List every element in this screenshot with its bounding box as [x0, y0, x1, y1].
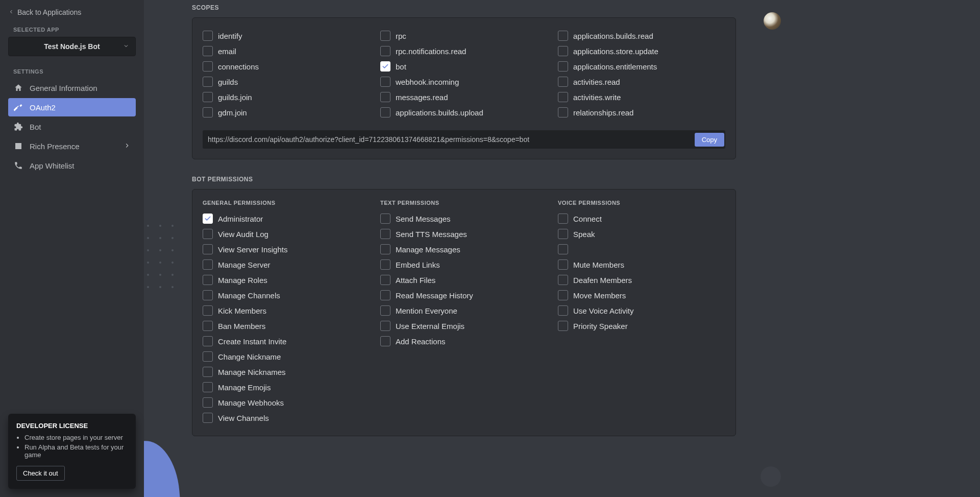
checkbox [203, 92, 213, 102]
checkbox [203, 336, 213, 346]
checkbox-label: Manage Messages [396, 245, 460, 254]
nav-item-app-whitelist[interactable]: App Whitelist [8, 156, 136, 175]
scope-messages-read[interactable]: messages.read [380, 89, 548, 105]
checkbox [558, 214, 568, 224]
scope-applications-builds-upload[interactable]: applications.builds.upload [380, 105, 548, 120]
selected-app-heading: Selected App [8, 27, 136, 33]
perm-mute-members[interactable]: Mute Members [558, 257, 725, 272]
scope-email[interactable]: email [203, 43, 370, 59]
scope-applications-entitlements[interactable]: applications.entitlements [558, 59, 725, 74]
scope-webhook-incoming[interactable]: webhook.incoming [380, 74, 548, 89]
promo-bullet: Run Alpha and Beta tests for your game [24, 443, 128, 459]
perm-view-audit-log[interactable]: View Audit Log [203, 226, 370, 242]
checkbox [380, 290, 390, 300]
user-avatar[interactable] [764, 12, 781, 30]
developer-license-promo: Developer License Create store pages in … [8, 414, 136, 489]
perm-send-tts-messages[interactable]: Send TTS Messages [380, 226, 548, 242]
perm-manage-roles[interactable]: Manage Roles [203, 272, 370, 288]
scopes-heading: Scopes [192, 0, 736, 11]
scope-connections[interactable]: connections [203, 59, 370, 74]
app-selector-dropdown[interactable]: Test Node.js Bot [8, 37, 136, 56]
checkbox [558, 259, 568, 270]
perm-add-reactions[interactable]: Add Reactions [380, 334, 548, 349]
checkbox-label: Create Instant Invite [218, 337, 286, 346]
nav-item-bot[interactable]: Bot [8, 117, 136, 136]
scope-relationships-read[interactable]: relationships.read [558, 105, 725, 120]
scope-guilds[interactable]: guilds [203, 74, 370, 89]
perm-manage-emojis[interactable]: Manage Emojis [203, 380, 370, 395]
checkbox [203, 77, 213, 87]
nav-item-rich-presence[interactable]: Rich Presence [8, 137, 136, 155]
perm-manage-server[interactable]: Manage Server [203, 257, 370, 272]
perm-view-server-insights[interactable]: View Server Insights [203, 242, 370, 257]
help-fab[interactable] [761, 466, 781, 487]
perm-send-messages[interactable]: Send Messages [380, 211, 548, 226]
scope-guilds-join[interactable]: guilds.join [203, 89, 370, 105]
perm-blank[interactable] [558, 242, 725, 257]
perm-use-voice-activity[interactable]: Use Voice Activity [558, 303, 725, 318]
perm-attach-files[interactable]: Attach Files [380, 272, 548, 288]
checkbox [380, 275, 390, 285]
perm-view-channels[interactable]: View Channels [203, 410, 370, 425]
home-icon [13, 83, 23, 93]
perm-kick-members[interactable]: Kick Members [203, 303, 370, 318]
checkbox-label: webhook.incoming [396, 78, 459, 86]
perm-manage-messages[interactable]: Manage Messages [380, 242, 548, 257]
perm-manage-webhooks[interactable]: Manage Webhooks [203, 395, 370, 410]
checkbox-label: View Channels [218, 414, 269, 422]
perm-embed-links[interactable]: Embed Links [380, 257, 548, 272]
checkbox-label: applications.builds.upload [396, 108, 483, 117]
nav-item-label: App Whitelist [30, 161, 75, 170]
scope-bot[interactable]: bot [380, 59, 548, 74]
check-it-out-button[interactable]: Check it out [16, 466, 65, 481]
checkbox-label: Speak [573, 230, 595, 239]
checkbox [558, 31, 568, 41]
wrench-icon [13, 102, 23, 112]
perm-speak[interactable]: Speak [558, 226, 725, 242]
perm-create-instant-invite[interactable]: Create Instant Invite [203, 334, 370, 349]
perm-manage-channels[interactable]: Manage Channels [203, 288, 370, 303]
scope-applications-store-update[interactable]: applications.store.update [558, 43, 725, 59]
copy-button[interactable]: Copy [695, 133, 724, 147]
checkbox-label: Manage Server [218, 261, 271, 269]
checkbox [203, 321, 213, 331]
scope-rpc[interactable]: rpc [380, 28, 548, 43]
scope-identify[interactable]: identify [203, 28, 370, 43]
checkbox-label: Read Message History [396, 291, 473, 300]
scope-rpc-notifications-read[interactable]: rpc.notifications.read [380, 43, 548, 59]
checkbox-label: Administrator [218, 215, 263, 223]
perm-mention-everyone[interactable]: Mention Everyone [380, 303, 548, 318]
scope-gdm-join[interactable]: gdm.join [203, 105, 370, 120]
perm-connect[interactable]: Connect [558, 211, 725, 226]
scope-activities-read[interactable]: activities.read [558, 74, 725, 89]
scope-activities-write[interactable]: activities.write [558, 89, 725, 105]
back-to-applications-link[interactable]: Back to Applications [8, 8, 136, 16]
checkbox-label: Ban Members [218, 322, 265, 330]
perm-deafen-members[interactable]: Deafen Members [558, 272, 725, 288]
nav-item-oauth2[interactable]: OAuth2 [8, 98, 136, 116]
checkbox [380, 61, 390, 72]
perm-move-members[interactable]: Move Members [558, 288, 725, 303]
checkbox-label: activities.write [573, 93, 621, 102]
nav-item-general-information[interactable]: General Information [8, 79, 136, 97]
perm-priority-speaker[interactable]: Priority Speaker [558, 318, 725, 334]
scope-column: identifyemailconnectionsguildsguilds.joi… [203, 28, 370, 120]
perm-administrator[interactable]: Administrator [203, 211, 370, 226]
checkbox-label: gdm.join [218, 108, 247, 117]
checkbox [203, 46, 213, 56]
promo-bullets: Create store pages in your serverRun Alp… [16, 434, 128, 459]
perm-manage-nicknames[interactable]: Manage Nicknames [203, 364, 370, 380]
scope-applications-builds-read[interactable]: applications.builds.read [558, 28, 725, 43]
perm-read-message-history[interactable]: Read Message History [380, 288, 548, 303]
perm-use-external-emojis[interactable]: Use External Emojis [380, 318, 548, 334]
perm-ban-members[interactable]: Ban Members [203, 318, 370, 334]
checkbox-label: guilds.join [218, 93, 252, 102]
back-link-label: Back to Applications [17, 8, 81, 16]
main-content: Scopes identifyemailconnectionsguildsgui… [144, 0, 980, 497]
checkbox [558, 61, 568, 72]
perm-change-nickname[interactable]: Change Nickname [203, 349, 370, 364]
checkbox [203, 244, 213, 254]
checkbox [380, 92, 390, 102]
checkbox [203, 61, 213, 72]
oauth-url-input[interactable] [208, 131, 691, 148]
